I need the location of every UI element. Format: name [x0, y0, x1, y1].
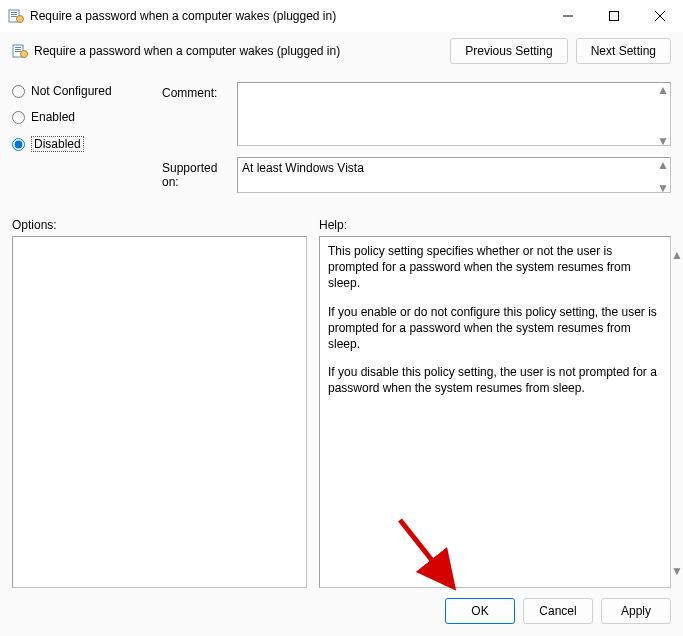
- header-row: Require a password when a computer wakes…: [12, 38, 671, 64]
- svg-point-13: [21, 51, 28, 58]
- radio-enabled-label: Enabled: [31, 110, 75, 124]
- radio-not-configured[interactable]: Not Configured: [12, 84, 162, 98]
- radio-disabled[interactable]: Disabled: [12, 136, 162, 152]
- scroll-up-icon[interactable]: ▲: [671, 248, 683, 262]
- ok-button[interactable]: OK: [445, 598, 515, 624]
- svg-rect-2: [11, 14, 17, 15]
- maximize-button[interactable]: [591, 0, 637, 32]
- help-paragraph: If you enable or do not configure this p…: [328, 304, 662, 353]
- radio-enabled-input[interactable]: [12, 111, 25, 124]
- help-paragraph: If you disable this policy setting, the …: [328, 364, 662, 396]
- panels-row: Options: Help: This policy setting speci…: [12, 218, 671, 588]
- supported-label: Supported on:: [162, 157, 237, 196]
- svg-rect-10: [15, 47, 21, 48]
- radio-disabled-label: Disabled: [31, 136, 84, 152]
- app-icon: [8, 8, 24, 24]
- window-title: Require a password when a computer wakes…: [30, 9, 545, 23]
- options-box: [12, 236, 307, 588]
- cancel-button[interactable]: Cancel: [523, 598, 593, 624]
- help-label: Help:: [319, 218, 671, 232]
- next-setting-button[interactable]: Next Setting: [576, 38, 671, 64]
- options-panel-col: Options:: [12, 218, 307, 588]
- outer-scrollbar[interactable]: ▲ ▼: [671, 248, 683, 578]
- scroll-down-icon[interactable]: ▼: [657, 135, 669, 147]
- help-panel-col: Help: This policy setting specifies whet…: [319, 218, 671, 588]
- fields: Comment: ▲ ▼ Supported on: ▲ ▼: [162, 82, 671, 204]
- minimize-button[interactable]: [545, 0, 591, 32]
- content: Require a password when a computer wakes…: [0, 32, 683, 636]
- help-box: This policy setting specifies whether or…: [319, 236, 671, 588]
- window-controls: [545, 0, 683, 32]
- svg-rect-12: [15, 51, 21, 52]
- radio-not-configured-label: Not Configured: [31, 84, 112, 98]
- footer: OK Cancel Apply: [12, 588, 671, 624]
- svg-rect-11: [15, 49, 21, 50]
- previous-setting-button[interactable]: Previous Setting: [450, 38, 567, 64]
- options-label: Options:: [12, 218, 307, 232]
- close-button[interactable]: [637, 0, 683, 32]
- config-row: Not Configured Enabled Disabled Comment:…: [12, 82, 671, 204]
- comment-label: Comment:: [162, 82, 237, 149]
- scroll-up-icon[interactable]: ▲: [657, 84, 669, 96]
- svg-rect-6: [610, 12, 619, 21]
- titlebar: Require a password when a computer wakes…: [0, 0, 683, 32]
- svg-rect-1: [11, 12, 17, 13]
- scroll-down-icon[interactable]: ▼: [657, 182, 669, 194]
- comment-row: Comment: ▲ ▼: [162, 82, 671, 149]
- supported-textarea: [237, 157, 671, 193]
- policy-title: Require a password when a computer wakes…: [34, 44, 450, 58]
- svg-rect-3: [11, 16, 17, 17]
- radio-enabled[interactable]: Enabled: [12, 110, 162, 124]
- scroll-down-icon[interactable]: ▼: [671, 564, 683, 578]
- help-paragraph: This policy setting specifies whether or…: [328, 243, 662, 292]
- scroll-up-icon[interactable]: ▲: [657, 159, 669, 171]
- apply-button[interactable]: Apply: [601, 598, 671, 624]
- policy-icon: [12, 43, 28, 59]
- state-radio-group: Not Configured Enabled Disabled: [12, 82, 162, 204]
- supported-row: Supported on: ▲ ▼: [162, 157, 671, 196]
- svg-point-4: [17, 16, 24, 23]
- radio-disabled-input[interactable]: [12, 138, 25, 151]
- comment-textarea[interactable]: [237, 82, 671, 146]
- radio-not-configured-input[interactable]: [12, 85, 25, 98]
